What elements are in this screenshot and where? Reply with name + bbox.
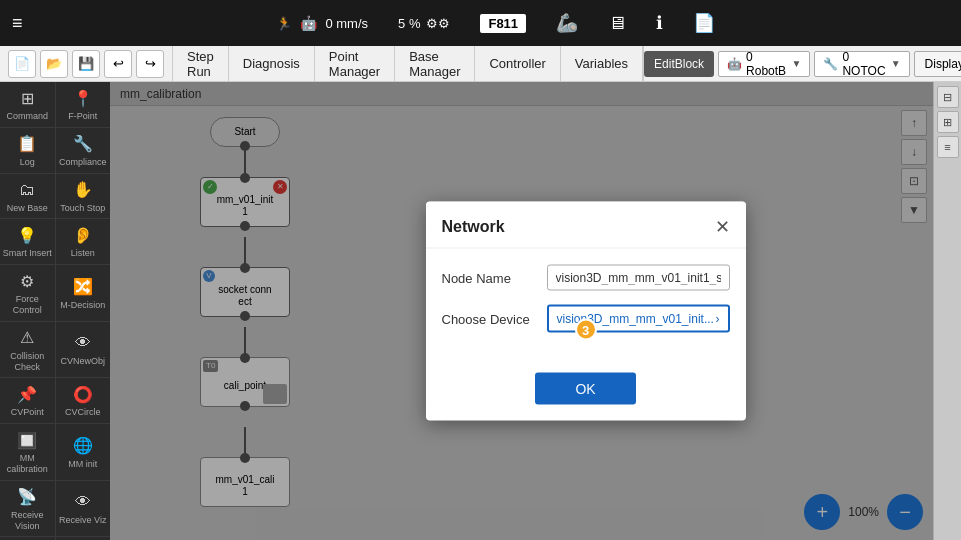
base-manager-nav[interactable]: Base Manager: [395, 46, 475, 82]
sidebar-item-listen[interactable]: 👂 Listen: [56, 219, 111, 265]
robot-badge: F811: [480, 14, 526, 33]
tool-icon: 🔧: [823, 57, 838, 71]
node-name-label: Node Name: [442, 270, 537, 285]
choose-device-arrow-icon: ›: [716, 312, 720, 326]
robot-dropdown-arrow: ▼: [792, 58, 802, 69]
sidebar-item-receive-viz[interactable]: 👁 Receive Viz: [56, 481, 111, 538]
monitor-icon: 🖥: [608, 13, 626, 34]
sidebar-item-smart-insert[interactable]: 💡 Smart Insert: [0, 219, 56, 265]
cvnewobj-label: CVNewObj: [60, 356, 105, 367]
sidebar-item-mm-calibration[interactable]: 🔲 MM calibration: [0, 424, 56, 481]
smart-insert-label: Smart Insert: [3, 248, 52, 259]
dialog-close-button[interactable]: ✕: [715, 216, 730, 238]
robot-arm-icon: 🦾: [556, 12, 578, 34]
notoc-dropdown[interactable]: 🔧 0 NOTOC ▼: [814, 51, 909, 77]
node-name-input[interactable]: [547, 265, 730, 291]
edit-block-button[interactable]: EditBlock: [644, 51, 714, 77]
canvas-area[interactable]: mm_calibration Start ✓ ✕ mm_v01_init1: [110, 82, 933, 540]
cvpoint-label: CVPoint: [11, 407, 44, 418]
right-panel-btn-3[interactable]: ≡: [937, 136, 959, 158]
touch-stop-label: Touch Stop: [60, 203, 105, 214]
right-panel-btn-1[interactable]: ⊟: [937, 86, 959, 108]
sidebar-pair-5: ⚙ Force Control 🔀 M-Decision: [0, 265, 110, 322]
step-run-nav[interactable]: Step Run: [173, 46, 229, 82]
notoc-dropdown-label: 0 NOTOC: [842, 50, 886, 78]
sidebar-item-cvcircle[interactable]: ⭕ CVCircle: [56, 378, 111, 424]
cvcircle-icon: ⭕: [71, 383, 95, 405]
mm-calibration-label: MM calibration: [2, 453, 53, 475]
sidebar-item-log[interactable]: 📋 Log: [0, 128, 56, 174]
display-button[interactable]: Display: [914, 51, 961, 77]
compliance-label: Compliance: [59, 157, 107, 168]
toolbar-right: EditBlock 🤖 0 RobotB ▼ 🔧 0 NOTOC ▼ Displ…: [644, 51, 961, 77]
diagnosis-nav[interactable]: Diagnosis: [229, 46, 315, 82]
cvcircle-label: CVCircle: [65, 407, 101, 418]
top-bar: ≡ 🏃 🤖 0 mm/s 5 % ⚙⚙ F811 🦾 🖥 ℹ 📄: [0, 0, 961, 46]
sidebar-item-fpoint[interactable]: 📍 F-Point: [56, 82, 111, 128]
new-button[interactable]: 📄: [8, 50, 36, 78]
save-button[interactable]: 💾: [72, 50, 100, 78]
info-icon: ℹ: [656, 12, 663, 34]
speed-person-icon: 🏃: [276, 16, 292, 31]
log-icon: 📋: [15, 133, 39, 155]
collision-check-icon: ⚠: [15, 327, 39, 349]
command-label: Command: [6, 111, 48, 122]
choose-device-label: Choose Device: [442, 311, 537, 326]
hamburger-icon[interactable]: ≡: [12, 14, 23, 32]
robot-arm-icon-container: 🦾: [556, 12, 578, 34]
sidebar-item-m-decision[interactable]: 🔀 M-Decision: [56, 265, 111, 322]
doc-icon: 📄: [693, 12, 715, 34]
sidebar-pair-4: 💡 Smart Insert 👂 Listen: [0, 219, 110, 265]
robot-dropdown[interactable]: 🤖 0 RobotB ▼: [718, 51, 810, 77]
top-bar-center: 🏃 🤖 0 mm/s 5 % ⚙⚙ F811 🦾 🖥 ℹ 📄: [43, 12, 949, 34]
mm-init-label: MM init: [68, 459, 97, 470]
redo-button[interactable]: ↪: [136, 50, 164, 78]
sidebar-pair-8: 🔲 MM calibration 🌐 MM init: [0, 424, 110, 481]
listen-icon: 👂: [71, 224, 95, 246]
command-icon: ⊞: [15, 87, 39, 109]
info-icon-container: ℹ: [656, 12, 663, 34]
step-badge: 3: [575, 319, 597, 341]
right-panel-btn-2[interactable]: ⊞: [937, 111, 959, 133]
mm-init-icon: 🌐: [71, 435, 95, 457]
smart-insert-icon: 💡: [15, 224, 39, 246]
node-name-row: Node Name: [442, 265, 730, 291]
sidebar-item-force-control[interactable]: ⚙ Force Control: [0, 265, 56, 322]
m-decision-label: M-Decision: [60, 300, 105, 311]
variables-nav[interactable]: Variables: [561, 46, 643, 82]
receive-viz-icon: 👁: [71, 491, 95, 513]
dialog-footer: OK: [426, 363, 746, 421]
ok-button[interactable]: OK: [535, 373, 635, 405]
choose-device-row: Choose Device vision3D_mm_mm_v01_init...…: [442, 305, 730, 333]
sidebar-item-cvpoint[interactable]: 📌 CVPoint: [0, 378, 56, 424]
toolbar: 📄 📂 💾 ↩ ↪ Step Run Diagnosis Point Manag…: [0, 46, 961, 82]
doc-icon-container: 📄: [693, 12, 715, 34]
controller-nav[interactable]: Controller: [475, 46, 560, 82]
mm-calibration-icon: 🔲: [15, 429, 39, 451]
m-decision-icon: 🔀: [71, 276, 95, 298]
notoc-dropdown-arrow: ▼: [891, 58, 901, 69]
robot-icon: 🤖: [727, 57, 742, 71]
sidebar-item-cvnewobj[interactable]: 👁 CVNewObj: [56, 322, 111, 379]
sidebar-item-touch-stop[interactable]: ✋ Touch Stop: [56, 174, 111, 220]
open-button[interactable]: 📂: [40, 50, 68, 78]
dialog-title: Network: [442, 218, 505, 236]
force-control-label: Force Control: [2, 294, 53, 316]
undo-button[interactable]: ↩: [104, 50, 132, 78]
point-manager-nav[interactable]: Point Manager: [315, 46, 395, 82]
log-label: Log: [20, 157, 35, 168]
force-control-icon: ⚙: [15, 270, 39, 292]
sidebar-item-mm-init[interactable]: 🌐 MM init: [56, 424, 111, 481]
new-base-icon: 🗂: [15, 179, 39, 201]
toolbar-file-buttons: 📄 📂 💾 ↩ ↪: [0, 50, 172, 78]
receive-viz-label: Receive Viz: [59, 515, 106, 526]
sidebar: ⊞ Command 📍 F-Point 📋 Log 🔧 Compliance 🗂…: [0, 82, 110, 540]
compliance-icon: 🔧: [71, 133, 95, 155]
sidebar-item-receive-vision[interactable]: 📡 Receive Vision: [0, 481, 56, 538]
sidebar-item-compliance[interactable]: 🔧 Compliance: [56, 128, 111, 174]
sidebar-item-collision-check[interactable]: ⚠ Collision Check: [0, 322, 56, 379]
robot-badge-container: F811: [480, 14, 526, 33]
collision-check-label: Collision Check: [2, 351, 53, 373]
sidebar-item-new-base[interactable]: 🗂 New Base: [0, 174, 56, 220]
sidebar-item-command[interactable]: ⊞ Command: [0, 82, 56, 128]
